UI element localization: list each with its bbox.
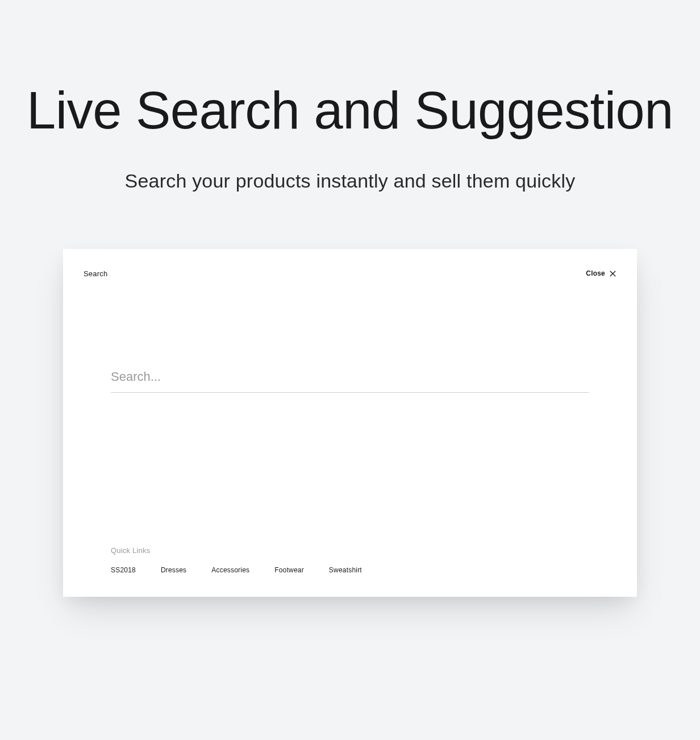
hero-section: Live Search and Suggestion Search your p… xyxy=(0,80,700,192)
search-panel-header: Search Close xyxy=(84,269,616,278)
search-panel-body: Quick Links SS2018 Dresses Accessories F… xyxy=(84,278,616,574)
quick-link-accessories[interactable]: Accessories xyxy=(211,566,249,574)
quick-link-ss2018[interactable]: SS2018 xyxy=(111,566,136,574)
hero-subtitle: Search your products instantly and sell … xyxy=(23,170,677,192)
search-label: Search xyxy=(84,269,107,278)
search-input[interactable] xyxy=(111,366,589,393)
close-label: Close xyxy=(586,269,605,277)
quick-links-row: SS2018 Dresses Accessories Footwear Swea… xyxy=(111,566,589,574)
quick-link-sweatshirt[interactable]: Sweatshirt xyxy=(329,566,362,574)
quick-link-footwear[interactable]: Footwear xyxy=(274,566,304,574)
quick-links-title: Quick Links xyxy=(111,546,589,555)
close-button[interactable]: Close xyxy=(586,269,616,277)
quick-links-section: Quick Links SS2018 Dresses Accessories F… xyxy=(111,546,589,574)
quick-link-dresses[interactable]: Dresses xyxy=(161,566,186,574)
search-panel: Search Close Quick Links SS2018 Dresses … xyxy=(63,249,637,597)
hero-title: Live Search and Suggestion xyxy=(23,80,677,142)
close-icon xyxy=(609,270,616,277)
